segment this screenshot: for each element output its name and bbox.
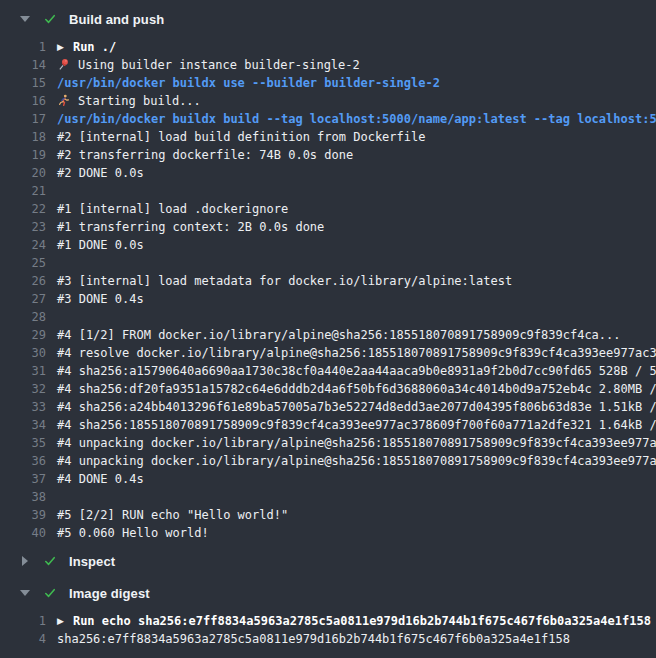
log-line: 14Using builder instance builder-single-… <box>0 56 656 74</box>
section-title: Image digest <box>69 586 150 601</box>
line-text: #1 DONE 0.0s <box>57 238 144 252</box>
log-line: 23#1 transferring context: 2B 0.0s done <box>0 218 656 236</box>
log-line: 26#3 [internal] load metadata for docker… <box>0 272 656 290</box>
line-number[interactable]: 34 <box>0 418 46 432</box>
log-line: 27#3 DONE 0.4s <box>0 290 656 308</box>
chevron-right-icon[interactable] <box>22 556 28 566</box>
line-text: #4 sha256:a24bb4013296f61e89ba57005a7b3e… <box>57 400 656 414</box>
line-text: sha256:e7ff8834a5963a2785c5a0811e979d16b… <box>57 632 570 646</box>
log-line: 32#4 sha256:df20fa9351a15782c64e6dddb2d4… <box>0 380 656 398</box>
line-text: #3 DONE 0.4s <box>57 292 144 306</box>
line-text: #5 [2/2] RUN echo "Hello world!" <box>57 508 288 522</box>
log-lines: 1▶Run echo sha256:e7ff8834a5963a2785c5a0… <box>0 612 656 648</box>
log-line: 17/usr/bin/docker buildx build --tag loc… <box>0 110 656 128</box>
line-text: #1 transferring context: 2B 0.0s done <box>57 220 324 234</box>
line-content: #4 sha256:df20fa9351a15782c64e6dddb2d4a6… <box>57 382 656 396</box>
line-text: #4 resolve docker.io/library/alpine@sha2… <box>57 346 656 360</box>
line-number[interactable]: 36 <box>0 454 46 468</box>
expand-group-play-icon[interactable]: ▶ <box>57 42 64 52</box>
line-content: #5 [2/2] RUN echo "Hello world!" <box>57 508 288 522</box>
log-line: 20#2 DONE 0.0s <box>0 164 656 182</box>
line-text: Run echo sha256:e7ff8834a5963a2785c5a081… <box>73 614 651 628</box>
section-header-build-and-push[interactable]: Build and push <box>0 6 656 32</box>
line-number[interactable]: 1 <box>0 40 46 54</box>
line-number[interactable]: 24 <box>0 238 46 252</box>
line-text: /usr/bin/docker buildx use --builder bui… <box>57 76 440 90</box>
line-number[interactable]: 16 <box>0 94 46 108</box>
line-text: Starting build... <box>78 94 201 108</box>
line-number[interactable]: 40 <box>0 526 46 540</box>
line-content: #2 [internal] load build definition from… <box>57 130 425 144</box>
log-line: 18#2 [internal] load build definition fr… <box>0 128 656 146</box>
line-number[interactable]: 4 <box>0 632 46 646</box>
line-number[interactable]: 27 <box>0 292 46 306</box>
line-number[interactable]: 26 <box>0 274 46 288</box>
line-content: #4 sha256:a15790640a6690aa1730c38cf0a440… <box>57 364 656 378</box>
line-text: #4 [1/2] FROM docker.io/library/alpine@s… <box>57 328 621 342</box>
log-line: 38 <box>0 488 656 506</box>
log-line: 21 <box>0 182 656 200</box>
line-content: #4 sha256:a24bb4013296f61e89ba57005a7b3e… <box>57 400 656 414</box>
line-number[interactable]: 25 <box>0 256 46 270</box>
line-content: /usr/bin/docker buildx build --tag local… <box>57 112 656 126</box>
log-line: 35#4 unpacking docker.io/library/alpine@… <box>0 434 656 452</box>
log-line: 19#2 transferring dockerfile: 74B 0.0s d… <box>0 146 656 164</box>
check-icon <box>43 554 57 568</box>
line-number[interactable]: 37 <box>0 472 46 486</box>
log-line: 16Starting build... <box>0 92 656 110</box>
line-text: #4 sha256:185518070891758909c9f839cf4ca3… <box>57 418 656 432</box>
log-line: 33#4 sha256:a24bb4013296f61e89ba57005a7b… <box>0 398 656 416</box>
section-title: Build and push <box>69 12 164 27</box>
line-number[interactable]: 23 <box>0 220 46 234</box>
line-number[interactable]: 28 <box>0 310 46 324</box>
line-content: #4 resolve docker.io/library/alpine@sha2… <box>57 346 656 360</box>
line-number[interactable]: 19 <box>0 148 46 162</box>
line-number[interactable]: 21 <box>0 184 46 198</box>
line-number[interactable]: 30 <box>0 346 46 360</box>
log-line: 39#5 [2/2] RUN echo "Hello world!" <box>0 506 656 524</box>
line-number[interactable]: 1 <box>0 614 46 628</box>
line-content: #1 DONE 0.0s <box>57 238 144 252</box>
line-content: #1 [internal] load .dockerignore <box>57 202 288 216</box>
log-lines: 1▶Run ./14Using builder instance builder… <box>0 38 656 542</box>
line-content: ▶Run ./ <box>57 40 116 54</box>
section-header-inspect[interactable]: Inspect <box>0 548 656 574</box>
runner-icon <box>57 94 71 108</box>
line-number[interactable]: 38 <box>0 490 46 504</box>
line-number[interactable]: 33 <box>0 400 46 414</box>
line-text: #4 unpacking docker.io/library/alpine@sh… <box>57 436 656 450</box>
line-number[interactable]: 29 <box>0 328 46 342</box>
line-number[interactable]: 14 <box>0 58 46 72</box>
log-line: 31#4 sha256:a15790640a6690aa1730c38cf0a4… <box>0 362 656 380</box>
line-content: #1 transferring context: 2B 0.0s done <box>57 220 324 234</box>
log-section-image-digest: Image digest1▶Run echo sha256:e7ff8834a5… <box>0 580 656 648</box>
log-line: 15/usr/bin/docker buildx use --builder b… <box>0 74 656 92</box>
line-number[interactable]: 39 <box>0 508 46 522</box>
chevron-down-icon[interactable] <box>20 16 30 22</box>
line-content: /usr/bin/docker buildx use --builder bui… <box>57 76 440 90</box>
chevron-down-icon[interactable] <box>20 590 30 596</box>
line-number[interactable]: 32 <box>0 382 46 396</box>
line-number[interactable]: 18 <box>0 130 46 144</box>
log-line: 1▶Run ./ <box>0 38 656 56</box>
line-text: #2 [internal] load build definition from… <box>57 130 425 144</box>
expand-group-play-icon[interactable]: ▶ <box>57 616 64 626</box>
line-text: #4 unpacking docker.io/library/alpine@sh… <box>57 454 656 468</box>
section-header-image-digest[interactable]: Image digest <box>0 580 656 606</box>
line-content: #3 DONE 0.4s <box>57 292 144 306</box>
log-line: 24#1 DONE 0.0s <box>0 236 656 254</box>
log-line: 40#5 0.060 Hello world! <box>0 524 656 542</box>
log-line: 22#1 [internal] load .dockerignore <box>0 200 656 218</box>
line-number[interactable]: 17 <box>0 112 46 126</box>
line-text: #3 [internal] load metadata for docker.i… <box>57 274 512 288</box>
line-number[interactable]: 35 <box>0 436 46 450</box>
line-text: #2 transferring dockerfile: 74B 0.0s don… <box>57 148 353 162</box>
log-line: 30#4 resolve docker.io/library/alpine@sh… <box>0 344 656 362</box>
line-number[interactable]: 31 <box>0 364 46 378</box>
log-line: 25 <box>0 254 656 272</box>
line-number[interactable]: 20 <box>0 166 46 180</box>
line-number[interactable]: 22 <box>0 202 46 216</box>
line-number[interactable]: 15 <box>0 76 46 90</box>
pushpin-icon <box>57 58 71 72</box>
line-content: #2 transferring dockerfile: 74B 0.0s don… <box>57 148 353 162</box>
